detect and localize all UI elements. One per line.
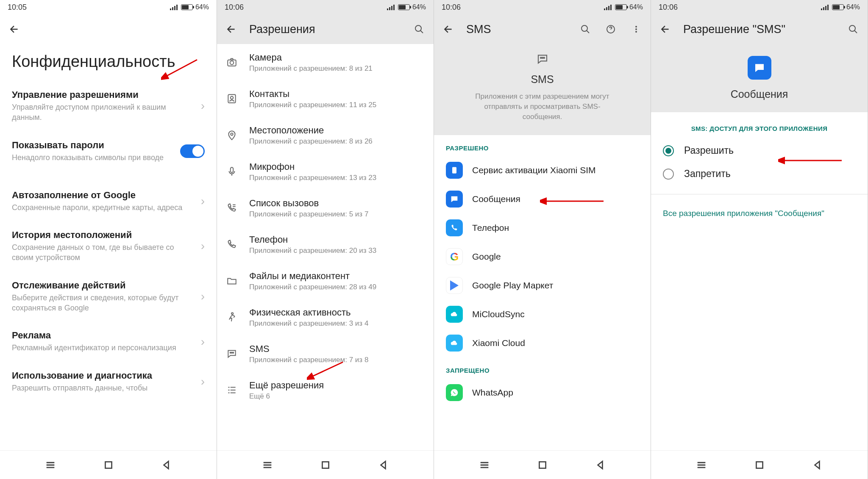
svg-point-15 xyxy=(581,25,587,31)
app-messages[interactable]: Сообщения xyxy=(434,185,651,213)
svg-rect-0 xyxy=(105,462,111,468)
perm-sub: Приложений с разрешением: 11 из 25 xyxy=(249,101,425,109)
more-icon xyxy=(225,384,238,396)
perm-camera[interactable]: КамераПриложений с разрешением: 8 из 21 xyxy=(217,44,434,80)
back-icon[interactable] xyxy=(224,22,239,37)
app-name: Телефон xyxy=(472,223,509,233)
app-play-market[interactable]: Google Play Маркет xyxy=(434,271,651,300)
cloud-icon xyxy=(446,306,463,323)
status-indicators: 64% xyxy=(821,3,860,11)
app-phone[interactable]: Телефон xyxy=(434,213,651,242)
perm-sub: Приложений с разрешением: 8 из 21 xyxy=(249,64,425,73)
perm-call-log[interactable]: Список вызововПриложений с разрешением: … xyxy=(217,190,434,226)
toggle-switch[interactable] xyxy=(180,144,205,158)
app-name: WhatsApp xyxy=(472,388,513,398)
svg-rect-5 xyxy=(228,94,235,103)
perm-contacts[interactable]: КонтактыПриложений с разрешением: 11 из … xyxy=(217,80,434,117)
nav-back-icon[interactable] xyxy=(159,457,174,473)
pref-title: Реклама xyxy=(12,330,195,341)
app-google[interactable]: G Google xyxy=(434,242,651,271)
svg-point-10 xyxy=(230,352,231,353)
pref-sub: Сохраненные пароли, кредитные карты, адр… xyxy=(12,202,195,213)
perm-storage[interactable]: Файлы и медиаконтентПриложений с разреше… xyxy=(217,263,434,299)
perm-sms[interactable]: SMSПриложений с разрешением: 7 из 8 xyxy=(217,335,434,372)
nav-back-icon[interactable] xyxy=(593,457,608,473)
perm-phone[interactable]: ТелефонПриложений с разрешением: 20 из 3… xyxy=(217,226,434,263)
signal-icon xyxy=(821,4,829,10)
nav-recents-icon[interactable] xyxy=(260,457,275,473)
app-title: Сообщения xyxy=(651,88,868,100)
perm-title: Физическая активность xyxy=(249,307,425,318)
perm-more[interactable]: Ещё разрешенияЕщё 6 xyxy=(217,372,434,408)
contacts-icon xyxy=(225,92,238,105)
nav-recents-icon[interactable] xyxy=(694,457,709,473)
back-icon[interactable] xyxy=(441,22,456,37)
svg-point-17 xyxy=(635,26,637,28)
phone-icon xyxy=(225,238,238,251)
page-title: Разрешение "SMS" xyxy=(683,23,835,36)
app-xiaomi-cloud[interactable]: Xiaomi Cloud xyxy=(434,329,651,357)
pref-sub: Рекламный идентификатор и персонализация xyxy=(12,343,195,353)
nav-back-icon[interactable] xyxy=(376,457,391,473)
nav-back-icon[interactable] xyxy=(810,457,825,473)
perm-title: Список вызовов xyxy=(249,198,425,209)
perm-sub: Приложений с разрешением: 7 из 8 xyxy=(249,356,425,364)
chevron-right-icon: › xyxy=(201,335,205,349)
perm-microphone[interactable]: МикрофонПриложений с разрешением: 13 из … xyxy=(217,153,434,190)
perm-title: Телефон xyxy=(249,234,425,245)
pref-diagnostics[interactable]: Использование и диагностика Разрешить от… xyxy=(0,362,217,401)
svg-point-22 xyxy=(543,57,545,58)
overflow-icon[interactable] xyxy=(629,22,644,37)
nav-home-icon[interactable] xyxy=(101,457,116,473)
perm-location[interactable]: МестоположениеПриложений с разрешением: … xyxy=(217,117,434,153)
page-title: Конфиденциальность xyxy=(0,44,217,81)
camera-icon xyxy=(225,56,238,69)
chevron-right-icon: › xyxy=(201,375,205,388)
status-bar: 10:05 64% xyxy=(0,0,217,14)
perm-title: Местоположение xyxy=(249,125,425,136)
search-icon[interactable] xyxy=(578,22,593,37)
back-icon[interactable] xyxy=(658,22,673,37)
perm-sub: Приложений с разрешением: 20 из 33 xyxy=(249,246,425,255)
page-title: SMS xyxy=(466,23,568,36)
activity-icon xyxy=(225,311,238,324)
nav-bar xyxy=(651,450,868,479)
nav-home-icon[interactable] xyxy=(752,457,767,473)
nav-bar xyxy=(0,450,217,479)
perm-activity[interactable]: Физическая активностьПриложений с разреш… xyxy=(217,299,434,335)
svg-point-2 xyxy=(415,25,421,31)
nav-recents-icon[interactable] xyxy=(477,457,492,473)
svg-point-7 xyxy=(231,133,233,135)
svg-rect-8 xyxy=(231,167,234,172)
chevron-right-icon: › xyxy=(201,194,205,208)
chevron-right-icon: › xyxy=(201,99,205,113)
app-bar: Разрешение "SMS" xyxy=(651,14,868,44)
pref-manage-permissions[interactable]: Управление разрешениями Управляйте досту… xyxy=(0,81,217,131)
radio-icon[interactable] xyxy=(663,145,674,156)
nav-home-icon[interactable] xyxy=(318,457,333,473)
help-icon[interactable] xyxy=(603,22,618,37)
nav-home-icon[interactable] xyxy=(535,457,550,473)
search-icon[interactable] xyxy=(412,22,427,37)
radio-deny[interactable]: Запретить xyxy=(651,162,868,186)
radio-label: Запретить xyxy=(684,168,731,180)
pref-ads[interactable]: Реклама Рекламный идентификатор и персон… xyxy=(0,321,217,361)
perm-sub: Приложений с разрешением: 3 из 4 xyxy=(249,319,425,328)
battery-pct: 64% xyxy=(846,3,860,11)
status-indicators: 64% xyxy=(170,3,209,11)
pref-location-history[interactable]: История местоположений Сохранение данных… xyxy=(0,221,217,271)
radio-icon[interactable] xyxy=(663,169,674,180)
all-permissions-link[interactable]: Все разрешения приложения "Сообщения" xyxy=(651,203,868,224)
pref-title: Управление разрешениями xyxy=(12,89,195,100)
back-icon[interactable] xyxy=(7,22,22,37)
app-xiaomi-sim[interactable]: Сервис активации Xiaomi SIM xyxy=(434,156,651,185)
nav-recents-icon[interactable] xyxy=(43,457,58,473)
pref-show-passwords[interactable]: Показывать пароли Ненадолго показывать с… xyxy=(0,131,217,171)
radio-allow[interactable]: Разрешить xyxy=(651,139,868,162)
battery-icon xyxy=(181,4,193,10)
pref-autofill[interactable]: Автозаполнение от Google Сохраненные пар… xyxy=(0,181,217,221)
app-micloudsync[interactable]: MiCloudSync xyxy=(434,300,651,329)
app-whatsapp[interactable]: WhatsApp xyxy=(434,378,651,407)
pref-activity-tracking[interactable]: Отслеживание действий Выберите действия … xyxy=(0,271,217,322)
search-icon[interactable] xyxy=(846,22,861,37)
